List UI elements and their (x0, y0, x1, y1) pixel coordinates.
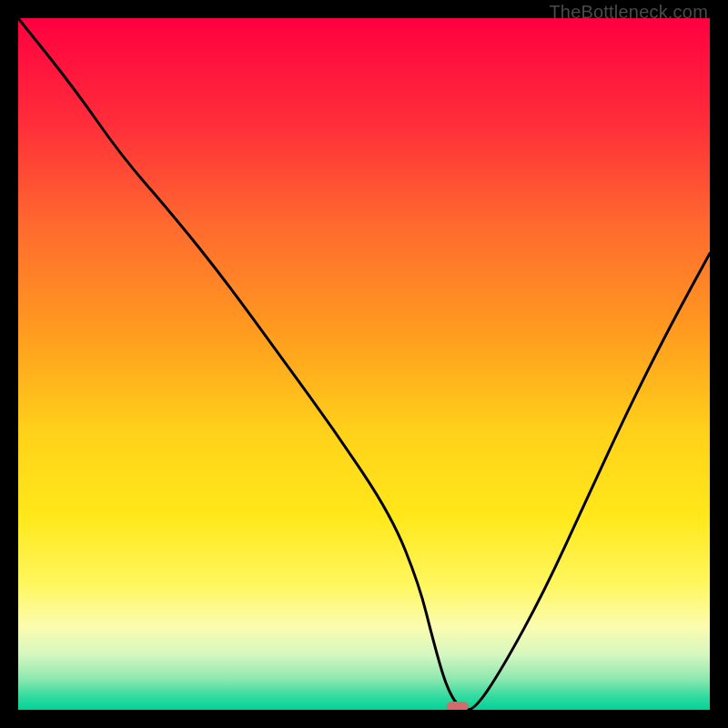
bottleneck-curve (18, 18, 710, 710)
optimal-marker (447, 702, 469, 710)
watermark-text: TheBottleneck.com (549, 2, 708, 23)
bottleneck-chart (18, 18, 710, 710)
